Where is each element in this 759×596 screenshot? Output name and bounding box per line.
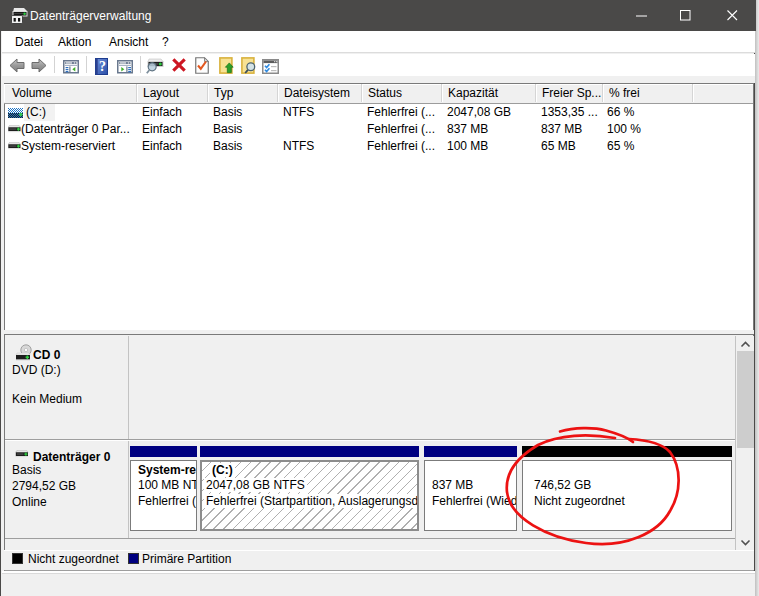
svg-text:?: ? — [99, 59, 106, 74]
